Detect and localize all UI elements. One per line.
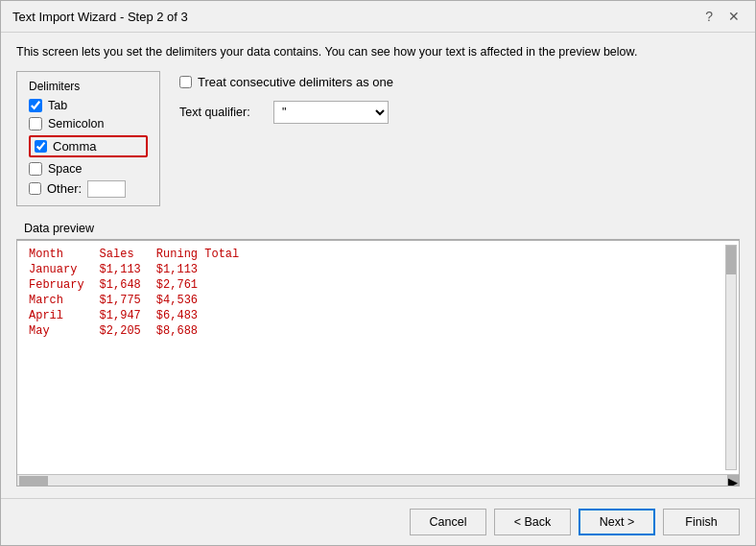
preview-table: MonthSalesRuning TotalJanuary$1,113$1,11… [25,247,250,339]
title-bar: Text Import Wizard - Step 2 of 3 ? ✕ [1,1,755,33]
table-cell: $1,775 [96,293,153,308]
semicolon-label[interactable]: Semicolon [48,117,104,131]
horizontal-scrollbar[interactable]: ▶ [17,474,739,486]
table-row: May$2,205$8,688 [25,323,250,339]
qualifier-label: Text qualifier: [179,106,266,119]
table-cell: $2,761 [153,277,250,293]
semicolon-checkbox[interactable] [29,117,42,131]
table-cell: $8,688 [153,323,250,339]
right-options: Treat consecutive delimiters as one Text… [179,71,393,124]
table-row: March$1,775$4,536 [25,293,250,308]
table-cell: $4,536 [153,293,250,308]
tab-checkbox-row: Tab [29,99,148,112]
comma-label[interactable]: Comma [53,139,97,154]
other-checkbox-row: Other: [29,180,148,198]
table-cell: May [25,323,96,339]
next-button[interactable]: Next > [579,509,655,535]
description-text: This screen lets you set the delimiters … [16,44,740,61]
tab-label[interactable]: Tab [48,99,67,112]
data-preview-label: Data preview [16,216,740,240]
v-scroll-thumb [726,246,736,274]
table-cell: Sales [96,247,153,262]
other-checkbox[interactable] [29,182,41,195]
data-preview-section: Data preview MonthSalesRuning TotalJanua… [16,216,740,487]
semicolon-checkbox-row: Semicolon [29,117,148,131]
table-cell: $1,113 [96,262,153,277]
h-scroll-right-arrow[interactable]: ▶ [727,475,739,487]
qualifier-select[interactable]: " ' {none} [273,101,389,124]
table-row: April$1,947$6,483 [25,308,250,323]
table-row: MonthSalesRuning Total [25,247,250,262]
main-content: This screen lets you set the delimiters … [1,33,755,498]
table-cell: $2,205 [96,323,153,339]
comma-checkbox[interactable] [35,140,47,153]
qualifier-row: Text qualifier: " ' {none} [179,101,393,124]
footer: Cancel < Back Next > Finish [1,498,755,545]
table-cell: $6,483 [153,308,250,323]
space-label[interactable]: Space [48,162,82,176]
comma-highlight-box: Comma [29,135,148,157]
dialog: Text Import Wizard - Step 2 of 3 ? ✕ Thi… [0,0,756,546]
cancel-button[interactable]: Cancel [410,509,486,535]
preview-content: MonthSalesRuning TotalJanuary$1,113$1,11… [17,241,739,475]
close-button[interactable]: ✕ [724,9,744,24]
options-row: Delimiters Tab Semicolon Comma [16,71,740,206]
dialog-title: Text Import Wizard - Step 2 of 3 [12,10,188,24]
table-cell: Month [25,247,96,262]
table-cell: February [25,277,96,293]
table-cell: $1,648 [96,277,153,293]
delimiters-legend: Delimiters [29,80,148,93]
h-scroll-thumb [19,476,48,486]
table-cell: $1,947 [96,308,153,323]
table-cell: $1,113 [153,262,250,277]
help-button[interactable]: ? [701,9,717,24]
table-row: January$1,113$1,113 [25,262,250,277]
title-bar-buttons: ? ✕ [701,9,744,24]
finish-button[interactable]: Finish [663,509,740,535]
other-text-input[interactable] [87,180,126,198]
consecutive-checkbox[interactable] [179,76,192,88]
tab-checkbox[interactable] [29,99,42,112]
table-cell: April [25,308,96,323]
space-checkbox[interactable] [29,162,42,176]
preview-area: MonthSalesRuning TotalJanuary$1,113$1,11… [16,240,740,487]
table-cell: March [25,293,96,308]
consecutive-label[interactable]: Treat consecutive delimiters as one [198,75,393,89]
other-label[interactable]: Other: [47,181,82,196]
table-row: February$1,648$2,761 [25,277,250,293]
table-cell: January [25,262,96,277]
back-button[interactable]: < Back [494,509,571,535]
consecutive-row: Treat consecutive delimiters as one [179,75,393,89]
space-checkbox-row: Space [29,162,148,176]
delimiters-group: Delimiters Tab Semicolon Comma [16,71,160,206]
table-cell: Runing Total [153,247,250,262]
vertical-scrollbar[interactable] [725,245,737,471]
